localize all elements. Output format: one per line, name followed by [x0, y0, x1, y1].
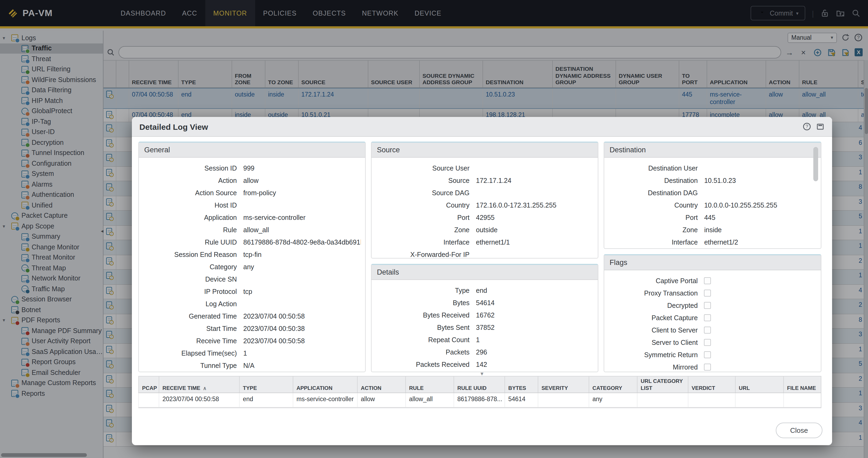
related-column-header-bytes[interactable]: BYTES	[504, 376, 538, 393]
related-log-cell: allow_all	[405, 393, 454, 407]
field-row-bytes: Bytes54614	[376, 297, 593, 309]
related-log-cell: ms-service-controller	[293, 393, 357, 407]
flag-label: Proxy Transaction	[609, 289, 704, 297]
field-row-bytes-received: Bytes Received16762	[376, 309, 593, 321]
related-log-cell	[688, 393, 735, 407]
related-column-header-application[interactable]: APPLICATION	[293, 376, 357, 393]
modal-maximize-icon[interactable]	[816, 122, 825, 131]
field-label: Application	[143, 214, 243, 221]
server-to-client-checkbox[interactable]	[704, 339, 711, 346]
modal-scrollbar-thumb[interactable]	[813, 147, 818, 181]
field-value: from-policy	[243, 189, 361, 196]
field-label: Source User	[376, 164, 476, 172]
pa-vm-application-window: PA-VM DASHBOARDACCMONITORPOLICIESOBJECTS…	[0, 0, 868, 458]
field-label: Rule	[143, 226, 243, 234]
field-value: tcp-fin	[243, 251, 361, 258]
symmetric-return-checkbox[interactable]	[704, 351, 711, 358]
field-label: Destination User	[609, 164, 704, 172]
field-label: Rule UUID	[143, 238, 243, 246]
field-value: 142	[476, 361, 594, 368]
flag-row-client-to-server: Client to Server	[609, 324, 816, 336]
general-section: General Session ID999ActionallowAction S…	[138, 142, 366, 372]
related-log-cell	[783, 393, 826, 407]
field-label: Packets Received	[376, 361, 476, 368]
related-column-header-severity[interactable]: SEVERITY	[538, 376, 589, 393]
modal-title: Detailed Log View	[140, 122, 208, 131]
field-value: 16762	[476, 311, 594, 319]
field-label: X-Forwarded-For IP	[376, 251, 476, 258]
field-label: Receive Time	[143, 337, 243, 344]
decrypted-checkbox[interactable]	[704, 302, 711, 309]
field-row-country: Country172.16.0.0-172.31.255.255	[376, 199, 593, 211]
field-value: 172.17.1.24	[476, 177, 594, 184]
destination-section: Destination Destination UserDestination1…	[604, 142, 822, 249]
field-row-generated-time: Generated Time2023/07/04 00:50:58	[143, 310, 361, 322]
related-column-header-pcap[interactable]: PCAP	[138, 376, 159, 393]
field-row-ip-protocol: IP Protocoltcp	[143, 285, 361, 298]
related-logs-table: PCAPRECEIVE TIME∧TYPEAPPLICATIONACTIONRU…	[138, 376, 822, 408]
sort-ascending-icon: ∧	[203, 386, 207, 392]
field-row-zone: Zoneinside	[609, 224, 816, 236]
field-label: Destination DAG	[609, 189, 704, 196]
field-row-elapsed-time-sec: Elapsed Time(sec)1	[143, 347, 361, 359]
field-label: Interface	[609, 238, 704, 246]
related-log-row[interactable]: 2023/07/04 00:50:58endms-service-control…	[138, 393, 821, 407]
flag-row-decrypted: Decrypted	[609, 299, 816, 312]
field-row-port: Port42955	[376, 211, 593, 224]
field-value: 42955	[476, 214, 594, 221]
close-button[interactable]: Close	[776, 422, 823, 438]
field-row-zone: Zoneoutside	[376, 224, 593, 236]
related-column-header-url[interactable]: URL	[735, 376, 783, 393]
field-value: N/A	[243, 362, 361, 369]
field-label: Bytes Received	[376, 311, 476, 319]
field-row-interface: Interfaceethernet1/2	[609, 236, 816, 248]
flags-section-title: Flags	[604, 255, 821, 270]
field-label: Port	[376, 214, 476, 221]
field-value: 86179886-878d-4802-9e8a-0a34db691bb6	[243, 238, 361, 246]
related-column-header-file-name[interactable]: FILE NAME	[783, 376, 826, 393]
client-to-server-checkbox[interactable]	[704, 327, 711, 334]
related-column-header-category[interactable]: CATEGORY	[589, 376, 637, 393]
field-value: 54614	[476, 299, 594, 306]
field-row-session-id: Session ID999	[143, 162, 361, 174]
related-column-header-action[interactable]: ACTION	[357, 376, 405, 393]
field-value: 37852	[476, 324, 594, 331]
field-row-receive-time: Receive Time2023/07/04 00:50:58	[143, 335, 361, 347]
related-column-header-verdict[interactable]: VERDICT	[688, 376, 735, 393]
related-column-header-rule[interactable]: RULE	[405, 376, 454, 393]
field-row-device-sn: Device SN	[143, 273, 361, 285]
packet-capture-checkbox[interactable]	[704, 314, 711, 321]
field-row-country: Country10.0.0.0-10.255.255.255	[609, 199, 816, 211]
mirrored-checkbox[interactable]	[704, 364, 711, 371]
field-label: Session ID	[143, 164, 243, 172]
related-log-cell: 86179886-878...	[454, 393, 504, 407]
modal-help-icon[interactable]: ?	[803, 122, 811, 131]
field-value: 999	[243, 164, 361, 172]
field-label: Country	[376, 202, 476, 209]
field-label: Action	[143, 177, 243, 184]
modal-scrollbar[interactable]	[813, 147, 818, 372]
field-value: 172.16.0.0-172.31.255.255	[476, 202, 594, 209]
captive-portal-checkbox[interactable]	[704, 277, 711, 284]
field-row-host-id: Host ID	[143, 199, 361, 211]
related-column-header-receive-time[interactable]: RECEIVE TIME∧	[159, 376, 239, 393]
field-row-tunnel-type: Tunnel TypeN/A	[143, 359, 361, 372]
related-column-header-url-category-list[interactable]: URL CATEGORY LIST	[637, 376, 688, 393]
field-row-repeat-count: Repeat Count1	[376, 334, 593, 346]
field-value: 1	[243, 349, 361, 357]
field-label: Elapsed Time(sec)	[143, 349, 243, 357]
field-row-port: Port445	[609, 211, 816, 224]
modal-header: Detailed Log View ?	[132, 117, 832, 137]
flag-row-server-to-client: Server to Client	[609, 336, 816, 348]
field-value: 296	[476, 348, 594, 356]
field-label: Tunnel Type	[143, 362, 243, 369]
log-detail-panels: General Session ID999ActionallowAction S…	[138, 142, 822, 372]
related-column-header-type[interactable]: TYPE	[239, 376, 293, 393]
flag-row-mirrored: Mirrored	[609, 361, 816, 372]
field-row-packets-received: Packets Received142	[376, 358, 593, 371]
related-column-header-rule-uuid[interactable]: RULE UUID	[454, 376, 504, 393]
flag-row-captive-portal: Captive Portal	[609, 275, 816, 287]
field-row-application: Applicationms-service-controller	[143, 211, 361, 224]
proxy-transaction-checkbox[interactable]	[704, 289, 711, 297]
scroll-down-indicator-icon: ▼	[479, 371, 485, 376]
